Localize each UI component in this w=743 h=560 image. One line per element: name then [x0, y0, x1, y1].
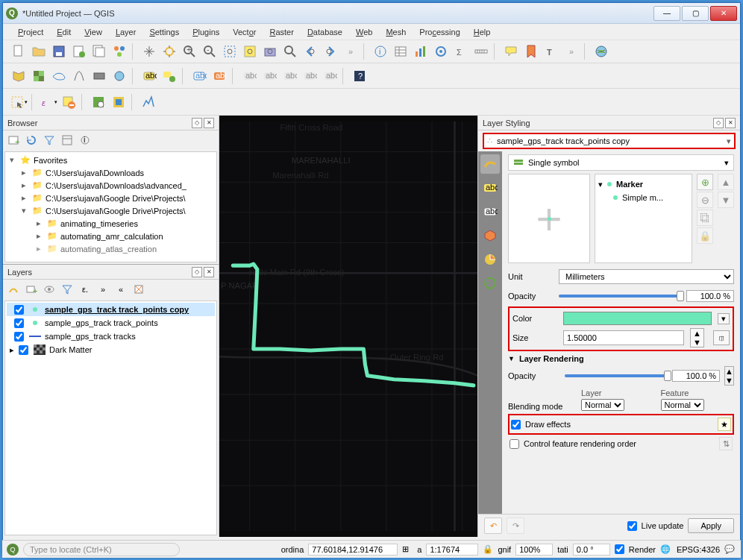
qgis-status-icon[interactable]: Q — [7, 544, 19, 556]
expression-select-icon[interactable]: ε▾ — [39, 92, 58, 112]
menu-help[interactable]: Help — [468, 26, 497, 38]
layers-visibility-icon[interactable] — [42, 282, 57, 297]
pan-icon[interactable] — [139, 42, 159, 61]
label-layer-icon[interactable]: abc — [139, 66, 159, 86]
order-config-button[interactable]: ⇅ — [719, 437, 733, 450]
toolbar-overflow-icon[interactable]: » — [341, 42, 360, 61]
zoom-layer-icon[interactable] — [260, 42, 280, 61]
rotation-field[interactable]: 0.0 ° — [573, 544, 610, 556]
symbol-opacity-slider[interactable] — [559, 295, 680, 298]
scale-field[interactable]: 1:17674 — [426, 544, 478, 556]
virtual-layer-icon[interactable] — [90, 66, 109, 86]
close-button[interactable]: ✕ — [710, 6, 737, 21]
identify-icon[interactable]: i — [371, 42, 390, 61]
wms-layer-icon[interactable] — [110, 66, 129, 86]
layers-collapse-icon[interactable]: « — [113, 282, 128, 297]
apply-button[interactable]: Apply — [688, 518, 734, 533]
color-picker[interactable] — [563, 312, 712, 325]
browser-filter-icon[interactable] — [42, 133, 57, 148]
browser-add-icon[interactable]: + — [6, 133, 21, 148]
draw-effects-checkbox[interactable] — [511, 420, 521, 430]
new-project-icon[interactable] — [9, 42, 28, 61]
processing-toolbox-icon[interactable] — [431, 42, 451, 61]
zoom-native-icon[interactable] — [280, 42, 300, 61]
symbol-opacity-value[interactable]: 100.0 % — [686, 290, 734, 302]
vector-layer-icon[interactable] — [9, 66, 28, 86]
size-input[interactable] — [563, 330, 684, 345]
label-tool3-icon[interactable]: abc — [280, 66, 299, 86]
menu-vector[interactable]: Vector — [227, 26, 262, 38]
layout-manager-icon[interactable] — [90, 42, 109, 61]
move-down-button[interactable]: ▼ — [718, 192, 734, 208]
layer-visibility-checkbox[interactable] — [14, 305, 24, 315]
redo-style-button[interactable]: ↷ — [507, 517, 524, 534]
osm-search-icon[interactable] — [89, 92, 108, 112]
map-canvas[interactable]: MARENAHALLI Marenahalli Rd Outer Ring Rd… — [219, 116, 477, 537]
add-symbol-layer-button[interactable]: ⊕ — [697, 174, 713, 190]
messages-icon[interactable]: 💬 — [724, 544, 736, 554]
symbol-layer-tree[interactable]: ▾Marker Simple m... — [595, 174, 692, 263]
remove-symbol-layer-button[interactable]: ⊖ — [697, 192, 713, 208]
diagrams-tab[interactable] — [480, 250, 500, 269]
layer-item-basemap[interactable]: ▸ Dark Matter — [7, 343, 215, 356]
layers-expand-icon[interactable]: » — [95, 282, 110, 297]
toolbar-overflow2-icon[interactable]: » — [562, 42, 581, 61]
deselect-all-icon[interactable] — [59, 92, 78, 112]
blend-layer-select[interactable]: Normal — [581, 399, 624, 411]
layers-remove-icon[interactable] — [131, 282, 146, 297]
layers-add-group-icon[interactable]: + — [24, 282, 39, 297]
undo-style-button[interactable]: ↶ — [484, 517, 502, 534]
styling-close-icon[interactable]: ✕ — [725, 118, 736, 128]
label-tool5-icon[interactable]: abc — [320, 66, 339, 86]
symbology-tab[interactable] — [480, 154, 500, 174]
select-features-icon[interactable]: ▾ — [9, 92, 28, 112]
label-tool4-icon[interactable]: abc — [300, 66, 319, 86]
help-icon[interactable]: ? — [350, 66, 369, 86]
zoom-next-icon[interactable] — [321, 42, 340, 61]
delimited-text-icon[interactable] — [69, 66, 89, 86]
color-dropdown-icon[interactable]: ▾ — [718, 313, 730, 324]
layer-item-points[interactable]: sample_gps_track track_points — [7, 316, 215, 330]
open-project-icon[interactable] — [29, 42, 48, 61]
layers-undock-icon[interactable]: ◇ — [192, 267, 202, 277]
new-bookmark-icon[interactable] — [521, 42, 541, 61]
style-manager-icon[interactable] — [110, 42, 129, 61]
layer-visibility-checkbox[interactable] — [14, 318, 24, 328]
label-highlight-icon[interactable]: abc — [189, 66, 209, 86]
map-tips-icon[interactable] — [501, 42, 521, 61]
menu-processing[interactable]: Processing — [413, 26, 465, 38]
zoom-last-icon[interactable] — [301, 42, 320, 61]
layer-opacity-slider[interactable] — [565, 374, 668, 377]
unit-select[interactable]: Millimeters — [559, 269, 734, 284]
magnifier-field[interactable]: 100% — [515, 544, 553, 556]
duplicate-symbol-layer-button[interactable]: ⿻ — [697, 210, 713, 226]
mesh-layer-icon[interactable] — [49, 66, 69, 86]
pan-to-selection-icon[interactable] — [160, 42, 179, 61]
control-order-checkbox[interactable] — [510, 439, 519, 449]
label-tool1-icon[interactable]: abc — [239, 66, 259, 86]
attributes-table-icon[interactable] — [391, 42, 410, 61]
menu-project[interactable]: Project — [12, 26, 49, 38]
effects-config-button[interactable]: ★ — [718, 418, 731, 431]
menu-web[interactable]: Web — [350, 26, 378, 38]
scale-lock-icon[interactable]: 🔒 — [483, 544, 493, 554]
layers-style-icon[interactable] — [6, 282, 21, 297]
layer-visibility-checkbox[interactable] — [14, 332, 24, 342]
menu-plugins[interactable]: Plugins — [186, 26, 225, 38]
zoom-in-icon[interactable]: + — [180, 42, 199, 61]
zoom-selection-icon[interactable] — [240, 42, 260, 61]
blend-feature-select[interactable]: Normal — [661, 399, 704, 411]
layer-item-tracks[interactable]: sample_gps_track tracks — [7, 330, 215, 343]
save-project-icon[interactable] — [49, 42, 69, 61]
3d-tab[interactable] — [480, 226, 500, 245]
minimize-button[interactable]: — — [653, 6, 680, 21]
browser-properties-icon[interactable]: i — [78, 133, 93, 148]
menu-layer[interactable]: Layer — [110, 26, 142, 38]
coordinate-field[interactable]: 77.60184,12.91476 — [308, 544, 398, 556]
measure-icon[interactable] — [471, 42, 491, 61]
statistics-icon[interactable] — [411, 42, 430, 61]
layers-expression-icon[interactable]: ε. — [78, 282, 93, 297]
layers-close-icon[interactable]: ✕ — [204, 267, 214, 277]
new-print-layout-icon[interactable] — [69, 42, 89, 61]
browser-collapse-icon[interactable] — [60, 133, 75, 148]
